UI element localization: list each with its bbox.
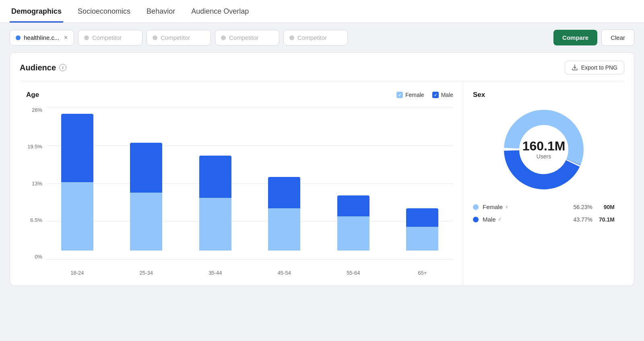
male-count: 70.1M	[597, 216, 615, 223]
x-labels: 18-2425-3435-4445-5455-6465+	[46, 267, 453, 276]
x-label-25-34: 25-34	[116, 270, 178, 276]
age-chart-title: Age	[26, 91, 39, 99]
competitor2-pill[interactable]: Competitor	[78, 30, 142, 45]
export-button[interactable]: Export to PNG	[565, 61, 624, 74]
female-sex-dot	[473, 204, 479, 210]
audience-card-header: Audience i Export to PNG	[20, 61, 624, 74]
clear-button[interactable]: Clear	[601, 29, 634, 46]
male-sex-label-text: Male	[483, 216, 496, 223]
tab-socioeconomics[interactable]: Socioeconomics	[76, 0, 132, 23]
age-legend: ✓ Female ✓ Male	[396, 92, 453, 98]
bar-group-35-44	[184, 156, 246, 251]
y-label-0: 0%	[35, 254, 42, 260]
comp2-dot	[84, 35, 89, 40]
tabs-bar: Demographics Socioeconomics Behavior Aud…	[0, 0, 644, 23]
competitor5-pill[interactable]: Competitor	[283, 30, 348, 45]
export-label: Export to PNG	[581, 64, 617, 71]
main-container: Demographics Socioeconomics Behavior Aud…	[0, 0, 644, 286]
bar-group-45-54	[254, 177, 316, 251]
female-segment-55-64	[337, 216, 369, 251]
bar-chart-section: Age ✓ Female ✓ Male	[20, 81, 463, 286]
donut-svg	[500, 105, 588, 194]
male-legend-label: Male	[441, 92, 453, 98]
audience-title: Audience i	[20, 63, 66, 72]
female-sex-legend-item: Female ♀ 56.23% 90M	[473, 203, 615, 210]
tab-audience-overlap[interactable]: Audience Overlap	[190, 0, 250, 23]
svg-point-4	[520, 125, 568, 174]
audience-card: Audience i Export to PNG Age ✓	[10, 52, 634, 286]
female-segment-18-24	[61, 182, 93, 251]
male-pct: 43.77%	[570, 216, 592, 223]
bar-group-65+	[392, 208, 454, 251]
y-label-26: 26%	[32, 107, 42, 113]
comp4-label: Competitor	[229, 34, 258, 41]
bar-group-55-64	[322, 195, 384, 251]
male-sex-legend-item: Male ♂ 43.77% 70.1M	[473, 216, 615, 223]
female-legend-item[interactable]: ✓ Female	[396, 92, 424, 98]
donut-container: 160.1M Users	[500, 105, 588, 194]
comp5-label: Competitor	[297, 34, 327, 41]
female-count: 90M	[597, 204, 615, 210]
male-segment-18-24	[61, 114, 93, 182]
chart-body: 18-2425-3435-4445-5455-6465+	[46, 107, 453, 276]
site1-dot	[16, 35, 21, 40]
x-label-18-24: 18-24	[46, 270, 108, 276]
male-legend-item[interactable]: ✓ Male	[432, 92, 453, 98]
bar-chart-wrapper: 26% 19.5% 13% 6.5% 0%	[26, 107, 453, 276]
filter-bar: healthline.c... ✕ Competitor Competitor …	[0, 23, 644, 52]
female-legend-label: Female	[405, 92, 424, 98]
tab-behavior[interactable]: Behavior	[145, 0, 177, 23]
comp4-dot	[221, 35, 226, 40]
y-label-65: 6.5%	[30, 217, 42, 223]
audience-info-icon[interactable]: i	[59, 64, 66, 71]
comp2-label: Competitor	[92, 34, 122, 41]
sex-legend: Female ♀ 56.23% 90M Male ♂ 43.77% 70	[473, 203, 615, 223]
site1-label: healthline.c...	[24, 34, 59, 41]
x-label-45-54: 45-54	[254, 270, 316, 276]
male-segment-55-64	[337, 195, 369, 216]
competitor3-pill[interactable]: Competitor	[147, 30, 211, 45]
male-segment-65+	[406, 208, 438, 227]
export-icon	[572, 64, 578, 71]
comp3-label: Competitor	[161, 34, 190, 41]
female-gender-icon: ♀	[505, 204, 509, 210]
female-segment-25-34	[130, 193, 162, 251]
bars-row	[46, 107, 453, 267]
comp3-dot	[153, 35, 157, 40]
male-checkbox[interactable]: ✓	[432, 92, 439, 98]
female-pct: 56.23%	[570, 204, 592, 210]
x-label-65+: 65+	[392, 270, 454, 276]
female-segment-35-44	[199, 198, 231, 251]
sex-chart-title: Sex	[473, 91, 485, 99]
male-sex-label: Male ♂	[483, 216, 566, 223]
male-segment-25-34	[130, 143, 162, 193]
tab-demographics[interactable]: Demographics	[10, 0, 63, 23]
female-segment-45-54	[268, 208, 300, 251]
site1-close-icon[interactable]: ✕	[64, 35, 68, 41]
competitor4-pill[interactable]: Competitor	[215, 30, 279, 45]
female-sex-label: Female ♀	[483, 203, 566, 210]
compare-button[interactable]: Compare	[553, 30, 597, 45]
audience-title-text: Audience	[20, 63, 56, 72]
chart-header: Age ✓ Female ✓ Male	[26, 91, 453, 99]
male-sex-dot	[473, 217, 479, 222]
x-label-35-44: 35-44	[184, 270, 246, 276]
x-label-55-64: 55-64	[322, 270, 384, 276]
charts-area: Age ✓ Female ✓ Male	[20, 81, 624, 286]
female-checkbox[interactable]: ✓	[396, 92, 403, 98]
bar-group-25-34	[116, 143, 178, 251]
sex-section: Sex	[463, 81, 624, 286]
y-label-195: 19.5%	[27, 144, 42, 150]
female-sex-label-text: Female	[483, 203, 503, 210]
site1-pill[interactable]: healthline.c... ✕	[10, 30, 74, 45]
comp5-dot	[289, 35, 294, 40]
bar-group-18-24	[46, 114, 108, 251]
female-segment-65+	[406, 227, 438, 251]
y-label-13: 13%	[32, 181, 42, 187]
male-segment-35-44	[199, 156, 231, 198]
donut-wrapper: 160.1M Users	[473, 105, 615, 194]
male-segment-45-54	[268, 177, 300, 208]
male-gender-icon: ♂	[498, 216, 502, 222]
y-axis: 26% 19.5% 13% 6.5% 0%	[26, 107, 46, 276]
